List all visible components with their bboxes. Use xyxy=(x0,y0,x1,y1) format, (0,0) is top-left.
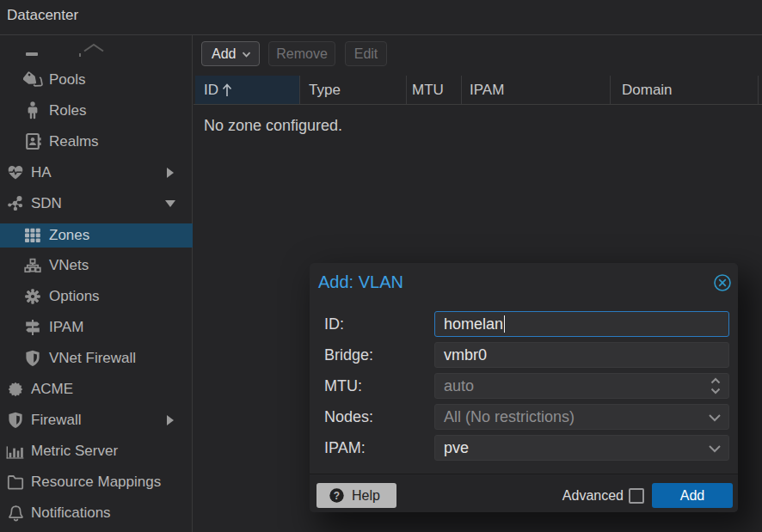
svg-text:?: ? xyxy=(334,490,340,502)
